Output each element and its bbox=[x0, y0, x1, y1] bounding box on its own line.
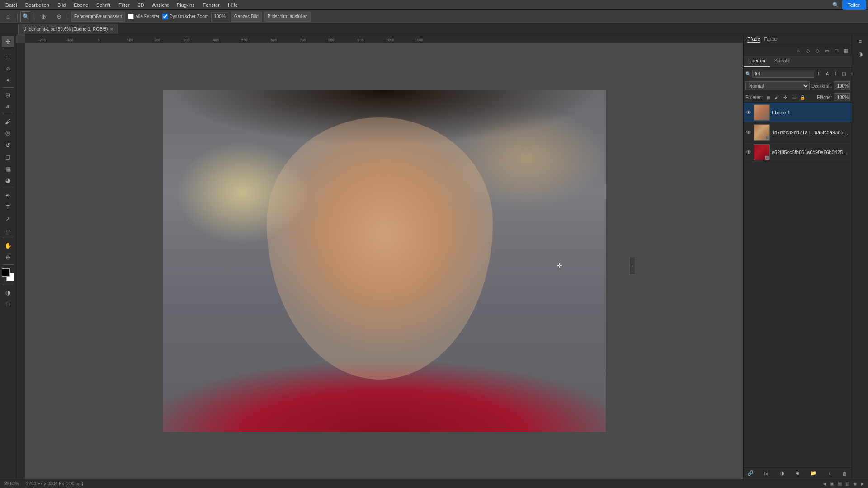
dynamic-zoom-checkbox[interactable] bbox=[162, 14, 168, 19]
channels-tab[interactable]: Kanäle bbox=[770, 56, 794, 67]
layers-search-input[interactable] bbox=[752, 70, 814, 78]
lock-position-icon[interactable]: ✛ bbox=[782, 94, 789, 101]
zoom-out-icon[interactable]: ⊖ bbox=[52, 11, 65, 22]
panel-icon-diamond[interactable]: ◇ bbox=[804, 47, 812, 55]
right-panel-collapse-button[interactable]: ‹ bbox=[629, 257, 635, 275]
add-group-icon[interactable]: 📁 bbox=[809, 469, 817, 478]
menu-bild[interactable]: Bild bbox=[54, 1, 69, 9]
blend-mode-select[interactable]: Normal bbox=[745, 81, 810, 90]
zoom-display: 100% bbox=[211, 12, 228, 21]
menu-bearbeiten[interactable]: Bearbeiten bbox=[22, 1, 53, 9]
document-tab[interactable]: Unbenannt-1 bei 59,6% (Ebene 1, RGB/8) ✕ bbox=[18, 24, 118, 34]
status-icon-2[interactable]: ▣ bbox=[830, 481, 834, 486]
fit-window-button[interactable]: Fenstergröße anpassen bbox=[71, 12, 125, 22]
full-image-button[interactable]: Ganzes Bild bbox=[231, 12, 262, 22]
menu-fenster[interactable]: Fenster bbox=[199, 1, 223, 9]
menu-schrift[interactable]: Schrift bbox=[93, 1, 114, 9]
filter-icon-2[interactable]: A bbox=[824, 70, 831, 77]
foreground-color-swatch[interactable] bbox=[2, 268, 10, 277]
status-icon-5[interactable]: ◉ bbox=[853, 481, 857, 486]
panel-icon-fill[interactable]: ▦ bbox=[842, 47, 850, 55]
add-layer-icon[interactable]: + bbox=[825, 469, 833, 478]
filter-icon-4[interactable]: ◫ bbox=[840, 70, 847, 77]
ruler-mark-0: -200 bbox=[37, 38, 46, 42]
pen-tool[interactable]: ✒ bbox=[2, 190, 14, 201]
zoom-tool-icon[interactable]: 🔍 bbox=[20, 11, 31, 22]
menu-3d[interactable]: 3D bbox=[134, 1, 148, 9]
brush-tool[interactable]: 🖌 bbox=[2, 116, 14, 127]
color-swatches[interactable] bbox=[2, 268, 14, 281]
history-brush-tool[interactable]: ↺ bbox=[2, 140, 14, 150]
quick-mask-tool[interactable]: ◑ bbox=[2, 287, 14, 298]
menu-plugins[interactable]: Plug-ins bbox=[173, 1, 198, 9]
eraser-tool[interactable]: ◻ bbox=[2, 151, 14, 162]
layer-vis-0[interactable]: 👁 bbox=[745, 109, 752, 116]
menu-ansicht[interactable]: Ansicht bbox=[149, 1, 172, 9]
share-button[interactable]: Teilen bbox=[842, 0, 866, 10]
status-right-icons: ◀ ▣ ▤ ▥ ◉ ▶ bbox=[823, 481, 864, 486]
menu-datei[interactable]: Datei bbox=[2, 1, 21, 9]
burn-tool[interactable]: ◕ bbox=[2, 175, 14, 186]
panel-icon-rect[interactable]: ▭ bbox=[823, 47, 831, 55]
status-dimensions: 2200 Px x 3304 Px (300 ppi) bbox=[26, 481, 83, 486]
lock-all-icon[interactable]: 🔒 bbox=[799, 94, 806, 101]
gradient-tool[interactable]: ▦ bbox=[2, 163, 14, 174]
fill-screen-button[interactable]: Bildschirm ausfüllen bbox=[264, 12, 311, 22]
wand-tool[interactable]: ✦ bbox=[2, 75, 14, 85]
layer-item-0[interactable]: 👁 Ebene 1 bbox=[744, 103, 852, 122]
menu-filter[interactable]: Filter bbox=[115, 1, 133, 9]
opacity-input[interactable] bbox=[834, 81, 850, 90]
add-mask-icon[interactable]: ◑ bbox=[778, 469, 786, 478]
canvas-content[interactable]: ✛ bbox=[25, 43, 743, 479]
add-link-icon[interactable]: 🔗 bbox=[746, 469, 755, 478]
add-style-icon[interactable]: fx bbox=[762, 469, 770, 478]
status-icon-4[interactable]: ▥ bbox=[845, 481, 849, 486]
screen-mode-tool[interactable]: □ bbox=[2, 299, 14, 310]
add-adjustment-icon[interactable]: ⊕ bbox=[793, 469, 802, 478]
tab-close-icon[interactable]: ✕ bbox=[110, 27, 113, 32]
eyedropper-tool[interactable]: ✐ bbox=[2, 101, 14, 112]
layer-item-2[interactable]: 👁 a62f85cc5fb861a0c90e66b0425d1be7 bbox=[744, 142, 852, 162]
lock-artboard-icon[interactable]: ▭ bbox=[790, 94, 797, 101]
zoom-canvas-tool[interactable]: ⊕ bbox=[2, 252, 14, 263]
home-icon[interactable]: ⌂ bbox=[2, 11, 14, 22]
crop-tool[interactable]: ⊞ bbox=[2, 89, 14, 100]
search-icon[interactable]: 🔍 bbox=[830, 0, 840, 10]
panel-icon-circle[interactable]: ○ bbox=[794, 47, 802, 55]
adjustments-panel-icon[interactable]: ◑ bbox=[854, 49, 867, 60]
panel-icon-square[interactable]: □ bbox=[832, 47, 840, 55]
layers-panel-icon[interactable]: ≡ bbox=[854, 36, 867, 47]
stamp-tool[interactable]: ✇ bbox=[2, 128, 14, 139]
menu-hilfe[interactable]: Hilfe bbox=[224, 1, 241, 9]
all-windows-checkbox[interactable] bbox=[128, 14, 134, 19]
lock-transparency-icon[interactable]: ▦ bbox=[764, 94, 772, 101]
path-selection-tool[interactable]: ↗ bbox=[2, 213, 14, 224]
panel-icon-triangle[interactable]: ◇ bbox=[813, 47, 821, 55]
options-toolbar: ⌂ 🔍 ⊕ ⊖ Fenstergröße anpassen Alle Fenst… bbox=[0, 10, 868, 23]
ruler-mark-5: 300 bbox=[184, 38, 189, 42]
hand-tool[interactable]: ✋ bbox=[2, 240, 14, 251]
zoom-in-icon[interactable]: ⊕ bbox=[37, 11, 50, 22]
lasso-tool[interactable]: ⌀ bbox=[2, 63, 14, 74]
layer-vis-2[interactable]: 👁 bbox=[745, 149, 752, 155]
lock-pixels-icon[interactable]: 🖌 bbox=[773, 94, 780, 101]
layers-tab[interactable]: Ebenen bbox=[744, 56, 770, 67]
selection-tool[interactable]: ▭ bbox=[2, 51, 14, 62]
paths-tab[interactable]: Pfade bbox=[747, 36, 760, 43]
menu-ebene[interactable]: Ebene bbox=[70, 1, 92, 9]
status-icon-6[interactable]: ▶ bbox=[861, 481, 864, 486]
type-tool[interactable]: T bbox=[2, 202, 14, 212]
filter-icon-1[interactable]: F bbox=[816, 70, 823, 77]
status-icon-1[interactable]: ◀ bbox=[823, 481, 826, 486]
color-tab[interactable]: Farbe bbox=[764, 36, 777, 43]
move-tool[interactable]: ✛ bbox=[2, 36, 14, 47]
delete-layer-icon[interactable]: 🗑 bbox=[841, 469, 849, 478]
filter-icon-3[interactable]: T bbox=[832, 70, 839, 77]
fill-input[interactable] bbox=[834, 93, 850, 101]
fill-label: Fläche: bbox=[817, 95, 832, 100]
tool-sep-3 bbox=[3, 114, 14, 114]
layer-vis-1[interactable]: 👁 bbox=[745, 129, 752, 136]
layer-item-1[interactable]: 👁 1b7dbb39dd21a1...ba5fcda93d5e72 bbox=[744, 122, 852, 142]
shape-tool[interactable]: ▱ bbox=[2, 225, 14, 236]
status-icon-3[interactable]: ▤ bbox=[838, 481, 842, 486]
